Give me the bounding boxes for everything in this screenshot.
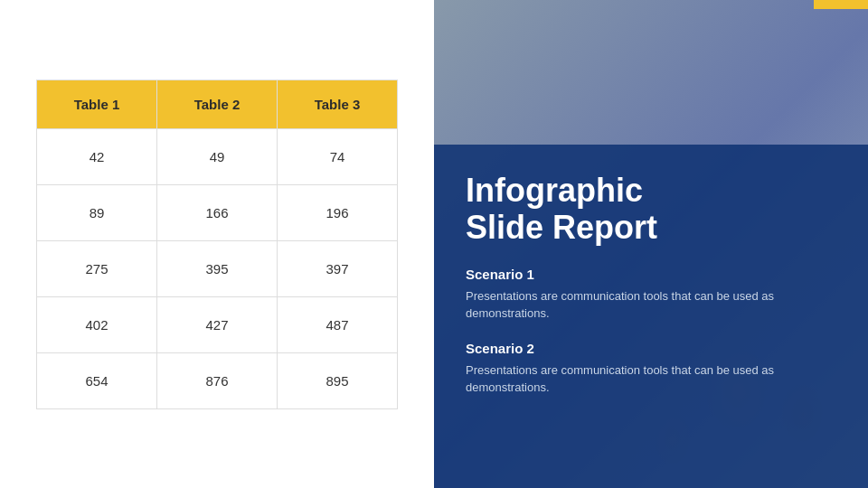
table-row: 654	[37, 353, 157, 409]
right-panel: Infographic Slide Report Scenario 1 Pres…	[434, 0, 868, 488]
table-row: 895	[278, 353, 398, 409]
blue-overlay: Infographic Slide Report Scenario 1 Pres…	[434, 145, 868, 488]
table-header-3: Table 3	[278, 80, 398, 129]
table-header-2: Table 2	[157, 80, 278, 129]
table-row: 395	[157, 241, 278, 297]
scenario-1-text: Presentations are communication tools th…	[466, 287, 836, 323]
table-row: 166	[157, 185, 278, 241]
table-row: 89	[37, 185, 157, 241]
yellow-accent-bar	[814, 0, 868, 9]
scenario-2-title: Scenario 2	[466, 341, 836, 356]
table-row: 487	[278, 297, 398, 353]
table-row: 196	[278, 185, 398, 241]
scenario-1-title: Scenario 1	[466, 267, 836, 282]
left-panel: Table 1 Table 2 Table 3 42 49 74 89 166 …	[0, 0, 434, 488]
table-row: 402	[37, 297, 157, 353]
table-row: 275	[37, 241, 157, 297]
table-row: 74	[278, 129, 398, 185]
table-header-1: Table 1	[37, 80, 157, 129]
table-row: 42	[37, 129, 157, 185]
table-row: 427	[157, 297, 278, 353]
table-row: 876	[157, 353, 278, 409]
data-table: Table 1 Table 2 Table 3 42 49 74 89 166 …	[36, 80, 398, 409]
table-grid: Table 1 Table 2 Table 3 42 49 74 89 166 …	[36, 80, 398, 409]
scenario-2-text: Presentations are communication tools th…	[466, 361, 836, 397]
table-row: 49	[157, 129, 278, 185]
table-row: 397	[278, 241, 398, 297]
slide-title: Infographic Slide Report	[466, 172, 836, 247]
